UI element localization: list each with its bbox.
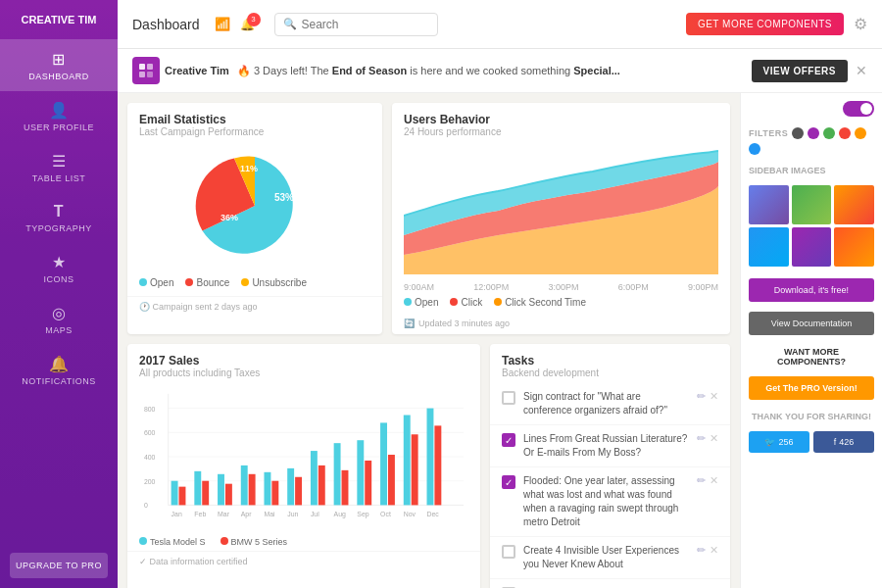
notification-badge: 3 (247, 13, 261, 26)
notification-bar: Creative Tim 🔥 3 Days left! The End of S… (118, 49, 882, 93)
thumb-4[interactable] (749, 227, 789, 267)
svg-rect-2 (139, 72, 145, 77)
area-legend: Open Click Click Second Time (392, 292, 730, 316)
pie-chart: 53% 36% 11% (127, 142, 382, 272)
thumb-5[interactable] (792, 227, 832, 267)
icons-icon: ★ (52, 253, 67, 271)
close-icon[interactable]: ✕ (856, 63, 867, 78)
search-box[interactable]: 🔍 (274, 13, 438, 36)
users-card-footer: 🔄Updated 3 minutes ago (392, 316, 730, 334)
users-behavior-card: Users Behavior 24 Hours performance (392, 103, 730, 334)
svg-text:800: 800 (144, 406, 156, 413)
filter-green[interactable] (823, 127, 835, 139)
filter-dark[interactable] (792, 127, 804, 139)
sidebar-item-notifications[interactable]: 🔔 Notifications (0, 345, 118, 396)
want-more-label: Want More Components? (749, 347, 874, 367)
svg-text:Dec: Dec (427, 511, 440, 517)
svg-rect-26 (264, 472, 270, 506)
delete-icon[interactable]: ✕ (710, 432, 718, 445)
delete-icon[interactable]: ✕ (710, 390, 718, 403)
table-row: Create 4 Invisible User Experiences you … (490, 537, 730, 579)
sales-card-title: 2017 Sales (139, 354, 468, 368)
upgrade-button[interactable]: UPGRADE TO PRO (10, 553, 108, 578)
delete-icon[interactable]: ✕ (710, 474, 718, 487)
notification-message: 🔥 3 Days left! The End of Season is here… (237, 65, 744, 77)
download-button[interactable]: Download, it's free! (749, 278, 874, 302)
sales-card-subtitle: All products including Taxes (139, 368, 468, 378)
sidebar-item-table-list[interactable]: ☰ Table List (0, 142, 118, 193)
social-row: 🐦 256 f 426 (749, 431, 874, 453)
user-icon: 👤 (49, 101, 70, 120)
task-text-3: Flooded: One year later, assessing what … (523, 474, 689, 529)
tasks-card-title: Tasks (502, 354, 718, 368)
svg-text:200: 200 (144, 478, 156, 485)
svg-text:Feb: Feb (194, 511, 206, 517)
cta-button[interactable]: Get More Components (686, 13, 844, 35)
edit-icon[interactable]: ✏ (697, 390, 706, 403)
email-card-title: Email Statistics (139, 113, 370, 126)
sidebar-item-maps[interactable]: ◎ Maps (0, 294, 118, 345)
search-input[interactable] (302, 18, 429, 31)
image-thumbs (749, 185, 874, 267)
thumb-2[interactable] (792, 185, 832, 224)
svg-text:Nov: Nov (404, 511, 416, 517)
sidebar-images-label: Sidebar Images (749, 166, 874, 175)
edit-icon[interactable]: ✏ (697, 544, 706, 557)
svg-rect-36 (380, 422, 387, 505)
thumb-3[interactable] (834, 185, 874, 224)
filter-red[interactable] (839, 127, 851, 139)
task-checkbox-3[interactable]: ✓ (502, 475, 515, 489)
svg-rect-19 (179, 487, 186, 506)
bar-chart: 0 200 400 600 800 (127, 383, 480, 533)
svg-rect-18 (172, 481, 178, 506)
sidebar-item-dashboard[interactable]: ⊞ Dashboard (0, 40, 118, 91)
filter-blue[interactable] (749, 143, 760, 155)
area-chart (392, 142, 730, 282)
task-checkbox-1[interactable] (502, 391, 515, 405)
thumb-1[interactable] (749, 185, 789, 224)
svg-rect-0 (139, 64, 145, 70)
edit-icon[interactable]: ✏ (697, 474, 706, 487)
view-offers-button[interactable]: VIEW OFFERS (752, 60, 848, 82)
users-card-title: Users Behavior (404, 113, 718, 126)
filters-label: Filters (749, 128, 788, 138)
svg-text:Oct: Oct (380, 511, 391, 517)
task-checkbox-4[interactable] (502, 545, 515, 559)
top-row: Email Statistics Last Campaign Performan… (127, 103, 730, 334)
facebook-button[interactable]: f 426 (813, 431, 874, 453)
svg-text:Jul: Jul (311, 511, 319, 517)
twitter-button[interactable]: 🐦 256 (749, 431, 809, 453)
toggle-switch[interactable] (843, 101, 874, 117)
time-axis: 9:00AM 12:00PM 3:00PM 6:00PM 9:00PM (392, 282, 730, 292)
thumb-6[interactable] (834, 227, 874, 267)
svg-rect-33 (342, 470, 349, 506)
filter-orange[interactable] (855, 127, 866, 139)
filter-purple[interactable] (808, 127, 819, 139)
delete-icon[interactable]: ✕ (710, 544, 718, 557)
content-left: Email Statistics Last Campaign Performan… (118, 93, 740, 588)
sidebar-item-icons[interactable]: ★ Icons (0, 243, 118, 294)
sidebar-item-typography[interactable]: T Typography (0, 193, 118, 243)
sidebar-item-user-profile[interactable]: 👤 User Profile (0, 91, 118, 142)
twitter-icon: 🐦 (764, 437, 775, 447)
edit-icon[interactable]: ✏ (697, 432, 706, 445)
tasks-card: Tasks Backend development Sign contract … (490, 344, 730, 588)
notif-logo: Creative Tim (132, 57, 229, 84)
svg-rect-25 (249, 474, 256, 506)
documentation-button[interactable]: View Documentation (749, 312, 874, 335)
content-area: Email Statistics Last Campaign Performan… (118, 93, 882, 588)
svg-rect-31 (318, 466, 325, 506)
facebook-icon: f (834, 437, 837, 447)
task-checkbox-2[interactable]: ✓ (502, 433, 515, 447)
logo-icon (132, 57, 160, 84)
pro-version-button[interactable]: Get The PRO Version! (749, 376, 874, 400)
notification-bell[interactable]: 🔔 3 (240, 18, 255, 31)
sidebar-brand: CREATIVE TIM (0, 0, 118, 40)
svg-rect-41 (434, 425, 441, 505)
tasks-card-subtitle: Backend development (502, 368, 718, 378)
email-card-footer: 🕐 Campaign sent 2 days ago (127, 296, 382, 317)
settings-icon[interactable]: ⚙ (854, 15, 867, 33)
bottom-row: 2017 Sales All products including Taxes (127, 344, 730, 588)
main-area: Dashboard 📶 🔔 3 🔍 Get More Components ⚙ … (118, 0, 882, 588)
svg-rect-29 (295, 477, 302, 506)
